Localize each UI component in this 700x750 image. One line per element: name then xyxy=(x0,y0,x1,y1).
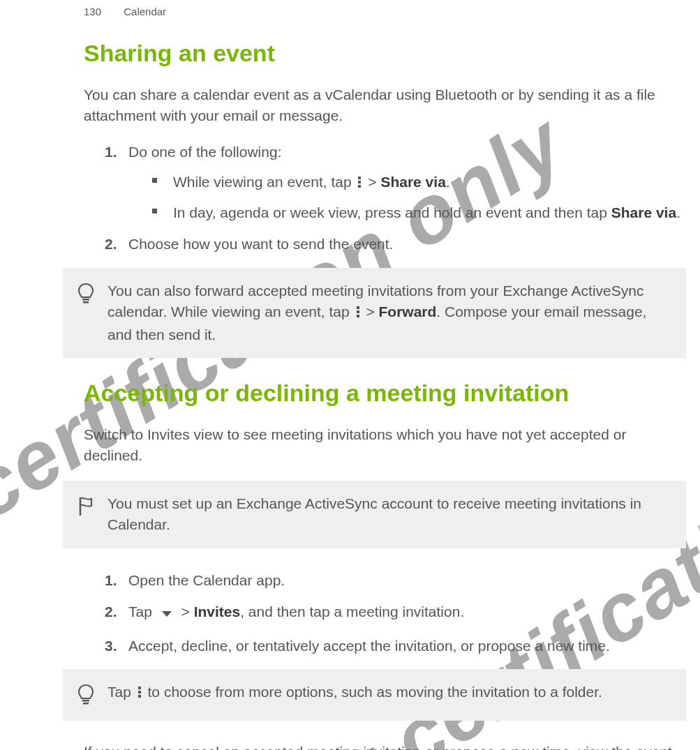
svg-rect-2 xyxy=(358,185,361,188)
step-item: Accept, decline, or tentatively accept t… xyxy=(105,635,686,657)
svg-rect-7 xyxy=(357,315,359,317)
step-item: Tap > Invites, and then tap a meeting in… xyxy=(105,601,686,625)
overflow-menu-icon xyxy=(356,303,360,324)
svg-rect-6 xyxy=(357,310,359,313)
step-item: Open the Calendar app. xyxy=(105,569,686,592)
dropdown-icon xyxy=(159,603,174,625)
tip-callout: Tap to choose from more options, such as… xyxy=(63,669,686,721)
section-intro: You can share a calendar event as a vCal… xyxy=(84,84,686,127)
step-item: Choose how you want to send the event. xyxy=(105,233,686,255)
tip-text: Tap to choose from more options, such as… xyxy=(107,682,671,704)
bullet-item: In day, agenda or week view, press and h… xyxy=(152,202,686,224)
section-title: Sharing an event xyxy=(84,0,686,68)
svg-rect-12 xyxy=(138,691,141,693)
svg-rect-5 xyxy=(357,306,359,309)
svg-rect-0 xyxy=(358,177,361,179)
svg-rect-4 xyxy=(83,301,89,303)
ordered-steps: Open the Calendar app. Tap > Invites, an… xyxy=(84,569,686,657)
footer-paragraph: If you need to cancel an accepted meetin… xyxy=(84,742,686,750)
svg-rect-1 xyxy=(358,181,361,183)
tip-icon xyxy=(77,280,95,307)
section-intro: Switch to Invites view to see meeting in… xyxy=(84,424,686,467)
step-item: Do one of the following: While viewing a… xyxy=(105,141,686,224)
flag-callout: You must set up an Exchange ActiveSync a… xyxy=(63,481,686,548)
svg-rect-11 xyxy=(138,687,141,689)
svg-rect-10 xyxy=(83,703,89,705)
overflow-menu-icon xyxy=(137,683,142,704)
ordered-steps: Do one of the following: While viewing a… xyxy=(84,141,686,255)
section-title: Accepting or declining a meeting invitat… xyxy=(84,379,686,407)
flag-icon xyxy=(77,493,95,520)
bullet-item: While viewing an event, tap > Share via. xyxy=(152,171,686,195)
tip-callout: You can also forward accepted meeting in… xyxy=(63,268,686,358)
svg-rect-13 xyxy=(138,695,141,698)
tip-icon xyxy=(77,682,95,708)
svg-rect-3 xyxy=(82,299,89,301)
svg-rect-9 xyxy=(82,700,89,702)
tip-text: You can also forward accepted meeting in… xyxy=(107,280,671,345)
overflow-menu-icon xyxy=(357,172,362,195)
bullet-list: While viewing an event, tap > Share via.… xyxy=(128,171,686,223)
flag-text: You must set up an Exchange ActiveSync a… xyxy=(107,493,671,536)
svg-marker-8 xyxy=(162,611,172,617)
